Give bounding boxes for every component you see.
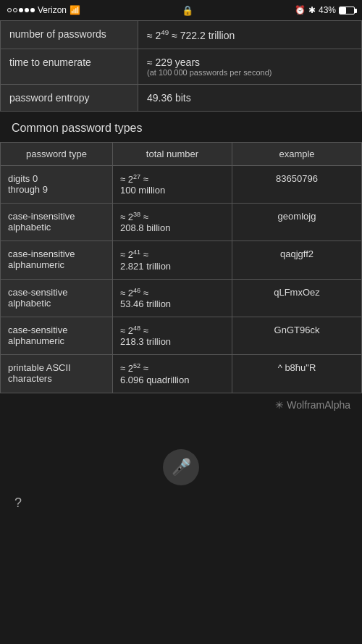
col-header-type: password type	[1, 142, 113, 165]
example-ci-alnum: qaqjgff2	[232, 241, 362, 279]
table-row: number of passwords ≈ 249 ≈ 722.2 trilli…	[1, 21, 362, 49]
example-ci-alpha: geomlojg	[232, 203, 362, 241]
table-row: case-sensitivealphanumeric ≈ 248 ≈218.3 …	[1, 317, 362, 354]
signal-dot-2	[13, 8, 17, 12]
status-bar: Verizon 📶 🔒 ⏰ ✱ 43%	[0, 0, 362, 20]
summary-section: number of passwords ≈ 249 ≈ 722.2 trilli…	[0, 20, 362, 112]
type-cs-alpha: case-sensitivealphabetic	[1, 279, 113, 317]
summary-value-time: ≈ 229 years (at 100 000 passwords per se…	[138, 49, 362, 84]
table-row: case-sensitivealphabetic ≈ 246 ≈53.46 tr…	[1, 279, 362, 317]
col-header-example: example	[232, 142, 362, 165]
example-digits: 83650796	[232, 165, 362, 203]
example-cs-alpha: qLFmxOez	[232, 279, 362, 317]
type-digits: digits 0through 9	[1, 165, 113, 203]
summary-label-time: time to enumerate	[1, 49, 138, 84]
table-row: password entropy 49.36 bits	[1, 84, 362, 111]
example-ascii: ^ b8ħu"R	[232, 355, 362, 393]
count-cs-alnum: ≈ 248 ≈218.3 trillion	[113, 317, 232, 354]
summary-value-entropy: 49.36 bits	[138, 84, 362, 111]
table-header-row: password type total number example	[1, 142, 362, 165]
mic-icon: 🎤	[172, 458, 191, 477]
mic-button[interactable]: 🎤	[163, 449, 199, 485]
help-button[interactable]: ?	[14, 495, 22, 511]
bluetooth-icon: ✱	[308, 5, 316, 15]
carrier-name: Verizon	[38, 5, 67, 15]
summary-value-passwords: ≈ 249 ≈ 722.2 trillion	[138, 21, 362, 49]
battery-icon	[339, 7, 355, 14]
password-types-section: password type total number example digit…	[0, 142, 362, 393]
summary-table: number of passwords ≈ 249 ≈ 722.2 trilli…	[0, 20, 362, 112]
table-row: case-insensitivealphabetic ≈ 238 ≈208.8 …	[1, 203, 362, 241]
signal-dot-5	[30, 8, 35, 12]
count-ci-alpha: ≈ 238 ≈208.8 billion	[113, 203, 232, 241]
type-ascii: printable ASCIIcharacters	[1, 355, 113, 393]
lock-icon: 🔒	[182, 5, 193, 16]
table-row: printable ASCIIcharacters ≈ 252 ≈6.096 q…	[1, 355, 362, 393]
password-types-table: password type total number example digit…	[0, 142, 362, 393]
count-ascii: ≈ 252 ≈6.096 quadrillion	[113, 355, 232, 393]
count-ci-alnum: ≈ 241 ≈2.821 trillion	[113, 241, 232, 279]
type-cs-alnum: case-sensitivealphanumeric	[1, 317, 113, 354]
signal-dot-3	[19, 8, 23, 12]
table-row: case-insensitivealphanumeric ≈ 241 ≈2.82…	[1, 241, 362, 279]
summary-label-entropy: password entropy	[1, 84, 138, 111]
col-header-count: total number	[113, 142, 232, 165]
status-left: Verizon 📶	[7, 5, 80, 15]
section-heading: Common password types	[0, 112, 362, 142]
type-ci-alnum: case-insensitivealphanumeric	[1, 241, 113, 279]
status-right: ⏰ ✱ 43%	[295, 5, 355, 15]
signal-dots	[7, 8, 35, 12]
type-ci-alpha: case-insensitivealphabetic	[1, 203, 113, 241]
brand-bar: ✳ WolframAlpha	[0, 393, 362, 417]
summary-label-passwords: number of passwords	[1, 21, 138, 49]
brand-name: WolframAlpha	[287, 399, 350, 411]
alarm-icon: ⏰	[295, 5, 306, 15]
count-cs-alpha: ≈ 246 ≈53.46 trillion	[113, 279, 232, 317]
wolfram-icon: ✳	[275, 399, 284, 411]
bottom-area: 🎤 ?	[0, 417, 362, 525]
summary-subtext-time: (at 100 000 passwords per second)	[147, 68, 353, 77]
signal-dot-4	[25, 8, 29, 12]
table-row: digits 0through 9 ≈ 227 ≈100 million 836…	[1, 165, 362, 203]
battery-level: 43%	[319, 5, 336, 15]
table-row: time to enumerate ≈ 229 years (at 100 00…	[1, 49, 362, 84]
example-cs-alnum: GnGT96ck	[232, 317, 362, 354]
signal-dot-1	[7, 8, 12, 12]
wifi-icon: 📶	[70, 5, 80, 15]
count-digits: ≈ 227 ≈100 million	[113, 165, 232, 203]
